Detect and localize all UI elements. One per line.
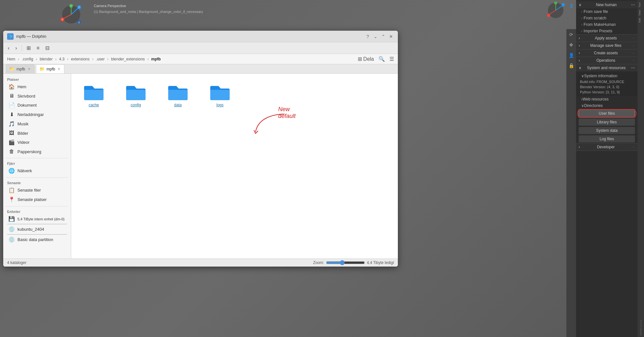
tree-view-button[interactable]: ⊟	[43, 44, 51, 52]
sidebar-item-hem[interactable]: 🏠 Hem	[5, 82, 70, 91]
file-name-data: data	[174, 103, 181, 107]
close-button[interactable]: ✕	[388, 34, 394, 39]
list-view-button[interactable]: ≡	[35, 44, 41, 52]
web-resources-label: Web resources	[583, 97, 608, 101]
from-scratch-item[interactable]: › From scratch	[576, 15, 638, 21]
sep7: ›	[147, 57, 149, 61]
apply-assets-header[interactable]: › Apply assets ⋯	[576, 35, 638, 42]
create-assets-header[interactable]: › Create assets ⋯	[576, 49, 638, 57]
partition-icon: 💿	[8, 237, 15, 243]
share-button[interactable]: ⊞ Dela	[356, 55, 375, 63]
manage-save-header[interactable]: › Manage save files ⋯	[576, 42, 638, 49]
from-save-file-item[interactable]: › From save file	[576, 8, 638, 15]
svg-text:Z: Z	[78, 21, 80, 24]
help-button[interactable]: ?	[365, 34, 371, 39]
system-data-button[interactable]: System data	[579, 127, 635, 134]
tab-0[interactable]: 📁 mpfb ✕	[6, 64, 35, 73]
file-item-config[interactable]: config	[120, 80, 152, 110]
icon-lock[interactable]: 🔒	[567, 62, 575, 69]
sidebar-item-papperskorg[interactable]: 🗑 Papperskorg	[5, 147, 70, 156]
icon-person[interactable]: 👤	[567, 51, 575, 59]
section-new-human-header[interactable]: ∨ New human ⋯	[576, 1, 638, 8]
sidebar-item-basic-partition[interactable]: 💿 Basic data partition	[5, 235, 70, 244]
file-item-data[interactable]: data	[162, 80, 194, 110]
dots-icon: ⋯	[631, 3, 635, 7]
forward-button[interactable]: ›	[13, 44, 19, 52]
tab-edit[interactable]: Edit	[638, 17, 644, 24]
file-item-cache[interactable]: cache	[78, 80, 110, 110]
back-button[interactable]: ‹	[6, 44, 11, 52]
sidebar-item-kubuntu[interactable]: 💿 kubuntu_2404	[5, 225, 70, 234]
system-info-item[interactable]: ∨ System information	[576, 73, 638, 79]
sidebar-item-dokument[interactable]: 📄 Dokument	[5, 100, 70, 110]
sidebar-item-intern-enhet[interactable]: 💾 5,4 TiByte intern enhet (dm-0)	[5, 214, 70, 224]
address-right-controls: ⊞ Dela 🔍 ☰	[356, 55, 395, 63]
tab-close-0[interactable]: ✕	[27, 67, 31, 71]
trash-icon: 🗑	[8, 149, 15, 154]
chevron-right-icon: ›	[581, 10, 582, 14]
crumb-hem[interactable]: Hem	[6, 56, 16, 62]
tab-tool[interactable]: Tool	[638, 2, 644, 8]
tab-close-1[interactable]: ✕	[57, 67, 61, 71]
music-icon: 🎵	[8, 121, 15, 127]
user-files-button[interactable]: User files	[579, 110, 635, 117]
status-bar: 4 kataloger Zoom: 4,4 Tibyte ledigt	[3, 258, 398, 267]
sidebar-item-nerladdningar[interactable]: ⬇ Nerladdningar	[5, 110, 70, 119]
toolbar-sep1	[22, 45, 22, 51]
svg-point-18	[547, 14, 550, 17]
panel-tabs-container: ∨ New human ⋯ › From save file › From sc…	[576, 0, 644, 337]
sidebar-item-videor[interactable]: 🎬 Videor	[5, 138, 70, 147]
directories-item[interactable]: ∨ Directories	[576, 102, 638, 109]
crumb-user[interactable]: .user	[95, 56, 106, 62]
desktop-icon: 🖥	[8, 93, 15, 99]
search-button[interactable]: 🔍	[377, 55, 386, 63]
file-name-logs: logs	[216, 103, 224, 107]
sidebar-label-musik: Musik	[17, 121, 28, 126]
folder-icon-logs	[210, 83, 230, 101]
chevron-right-icon7: ›	[579, 51, 580, 55]
sidebar-item-senaste-filer[interactable]: 📋 Senaste filer	[5, 185, 70, 195]
maximize-button[interactable]: ⌃	[380, 34, 386, 39]
side-tabs: Tool View Edit MPFB V2.0.8	[638, 0, 644, 337]
icon-view-button[interactable]: ⊞	[25, 44, 33, 52]
sidebar-item-natverk[interactable]: 🌐 Nätverk	[5, 166, 70, 175]
crumb-blender-extensions[interactable]: blender_extensions	[110, 56, 146, 62]
tab-view[interactable]: View	[638, 9, 644, 16]
system-resources-header[interactable]: ∨ System and resources ⋯	[576, 64, 638, 71]
crumb-43[interactable]: 4.3	[58, 56, 66, 62]
kubuntu-icon: 💿	[8, 226, 15, 232]
developer-label: Developer	[597, 145, 615, 149]
crumb-mpfb[interactable]: mpfb	[150, 56, 162, 62]
icon-rotate[interactable]: ⟳	[567, 31, 575, 38]
crumb-extensions[interactable]: extensions	[70, 56, 91, 62]
developer-header[interactable]: › Developer ⋯	[576, 143, 638, 151]
sidebar-item-musik[interactable]: 🎵 Musik	[5, 119, 70, 129]
from-makehuman-item[interactable]: › From MakeHuman	[576, 21, 638, 28]
minimize-button[interactable]: ⌄	[373, 34, 378, 39]
device-underline2	[7, 234, 67, 235]
dots-icon5: ⋯	[632, 59, 635, 62]
sidebar-item-skrivbord[interactable]: 🖥 Skrivbord	[5, 91, 70, 100]
tab-1[interactable]: 📁 mpfb ✕	[36, 64, 65, 73]
icon-move[interactable]: ✥	[567, 41, 575, 49]
document-icon: 📄	[8, 102, 15, 108]
svg-text:Z: Z	[78, 6, 80, 9]
importer-presets-item[interactable]: › Importer Presets	[576, 28, 638, 34]
dolphin-window: 🐬 mpfb — Dolphin ? ⌄ ⌃ ✕ ‹ › ⊞ ≡ ⊟ Hem ›…	[3, 31, 398, 267]
library-files-button[interactable]: Library files	[579, 119, 635, 126]
crumb-config[interactable]: .config	[20, 56, 34, 62]
file-item-logs[interactable]: logs	[204, 80, 236, 110]
log-files-button[interactable]: Log files	[579, 135, 635, 142]
menu-button[interactable]: ☰	[388, 55, 395, 63]
sidebar-item-senaste-platser[interactable]: 📍 Senaste platser	[5, 195, 70, 204]
crumb-blender[interactable]: blender	[38, 56, 54, 62]
zoom-slider[interactable]	[326, 260, 365, 265]
operations-header[interactable]: › Operations ⋯	[576, 57, 638, 64]
sidebar-label-senaste-platser: Senaste platser	[17, 197, 47, 202]
drive-icon: 💾	[8, 216, 15, 222]
sidebar-item-bilder[interactable]: 🖼 Bilder	[5, 129, 70, 138]
sidebar-label-nerladdningar: Nerladdningar	[17, 112, 44, 117]
dolphin-title: mpfb — Dolphin	[16, 34, 46, 39]
sidebar-label-kubuntu: kubuntu_2404	[17, 227, 44, 232]
web-resources-item[interactable]: › Web resources	[576, 96, 638, 102]
